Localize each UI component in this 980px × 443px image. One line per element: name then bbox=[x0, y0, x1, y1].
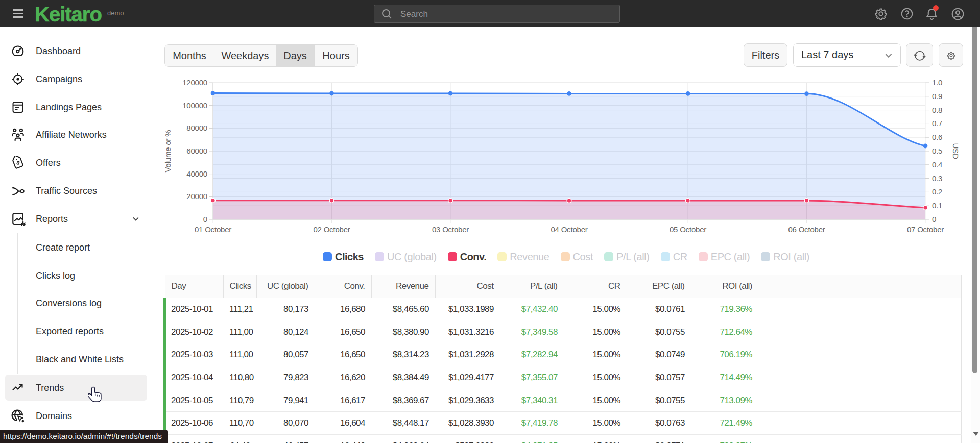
svg-text:07 October: 07 October bbox=[907, 225, 944, 234]
svg-text:02 October: 02 October bbox=[313, 225, 350, 234]
svg-text:03 October: 03 October bbox=[432, 225, 469, 234]
svg-text:0.7: 0.7 bbox=[932, 119, 942, 128]
svg-text:Volume or %: Volume or % bbox=[163, 130, 172, 173]
svg-text:0.3: 0.3 bbox=[932, 174, 942, 183]
svg-text:0.9: 0.9 bbox=[932, 92, 942, 101]
svg-text:0.4: 0.4 bbox=[932, 160, 942, 169]
svg-text:20000: 20000 bbox=[186, 192, 207, 201]
svg-text:06 October: 06 October bbox=[788, 225, 825, 234]
svg-text:120000: 120000 bbox=[182, 78, 207, 87]
svg-text:0.1: 0.1 bbox=[932, 201, 942, 210]
svg-text:0: 0 bbox=[932, 215, 936, 224]
svg-text:01 October: 01 October bbox=[195, 225, 231, 234]
svg-text:40000: 40000 bbox=[186, 169, 207, 178]
svg-text:05 October: 05 October bbox=[670, 225, 706, 234]
svg-text:1.0: 1.0 bbox=[932, 78, 942, 87]
svg-text:0.8: 0.8 bbox=[932, 106, 942, 114]
svg-text:0.2: 0.2 bbox=[932, 187, 942, 196]
svg-text:04 October: 04 October bbox=[551, 225, 587, 234]
svg-text:0: 0 bbox=[203, 215, 207, 224]
svg-text:60000: 60000 bbox=[186, 146, 207, 155]
svg-text:USD: USD bbox=[951, 143, 960, 159]
svg-text:0.5: 0.5 bbox=[932, 146, 942, 155]
svg-text:0.6: 0.6 bbox=[932, 133, 942, 141]
svg-text:100000: 100000 bbox=[182, 101, 207, 110]
svg-text:80000: 80000 bbox=[186, 124, 207, 132]
